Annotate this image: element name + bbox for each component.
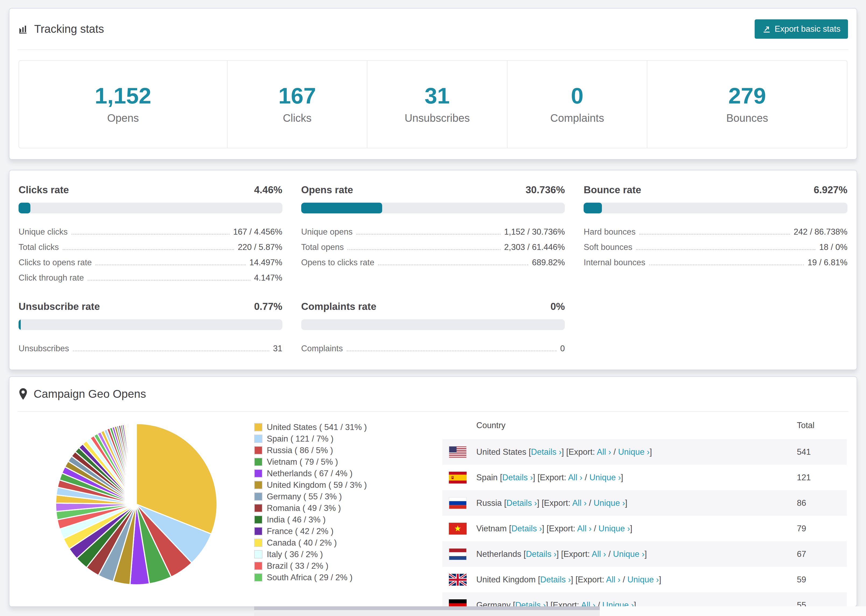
campaign-geo-opens-card: Campaign Geo Opens United States ( 541 /… xyxy=(9,376,857,607)
stat-value: 31 xyxy=(367,83,507,109)
rate-head: Opens rate30.736% xyxy=(301,184,565,196)
page-title: Tracking stats xyxy=(34,23,104,36)
table-row-us: United States [Details ›] [Export: All ›… xyxy=(442,439,847,465)
detail-row: Click through rate4.147% xyxy=(19,269,282,284)
export-label: Export: xyxy=(549,524,577,533)
export-all-link[interactable]: All › xyxy=(581,600,595,607)
table-row-nl: Netherlands [Details ›] [Export: All › /… xyxy=(442,541,847,567)
export-unique-link[interactable]: Unique › xyxy=(594,498,625,508)
rate-progress-bar xyxy=(584,203,847,214)
dotted-leader xyxy=(378,264,528,265)
legend-label: Russia ( 86 / 5% ) xyxy=(267,446,333,455)
detail-label: Total opens xyxy=(301,242,344,253)
stat-cell-complaints: 0Complaints xyxy=(507,61,647,148)
total-cell: 121 xyxy=(797,473,847,482)
rate-block-bounce: Bounce rate6.927%Hard bounces242 / 86.73… xyxy=(584,184,847,284)
details-link[interactable]: Details › xyxy=(526,549,556,559)
stat-cell-unsubscribes: 31Unsubscribes xyxy=(367,61,507,148)
total-cell: 86 xyxy=(797,498,847,508)
country-cell: Spain [Details ›] [Export: All › / Uniqu… xyxy=(476,473,797,482)
us-flag-icon xyxy=(449,446,467,458)
details-link[interactable]: Details › xyxy=(531,447,562,457)
details-link[interactable]: Details › xyxy=(506,498,537,508)
detail-label: Soft bounces xyxy=(584,242,632,253)
stat-cell-bounces: 279Bounces xyxy=(647,61,847,148)
export-label: Export: xyxy=(568,447,597,457)
detail-row: Complaints0 xyxy=(301,339,565,355)
detail-label: Click through rate xyxy=(19,273,84,284)
export-button-label: Export basic stats xyxy=(775,24,841,34)
export-label: Export: xyxy=(578,575,606,584)
legend-label: Brazil ( 33 / 2% ) xyxy=(267,561,328,571)
export-unique-link[interactable]: Unique › xyxy=(618,447,650,457)
total-cell: 55 xyxy=(797,600,847,607)
detail-label: Opens to clicks rate xyxy=(301,258,375,269)
rate-progress-fill xyxy=(19,319,21,330)
stat-label: Unsubscribes xyxy=(367,112,507,124)
geo-table-body: United States [Details ›] [Export: All ›… xyxy=(442,439,847,607)
detail-value: 689.82% xyxy=(532,258,565,269)
export-unique-link[interactable]: Unique › xyxy=(613,549,644,559)
export-basic-stats-button[interactable]: Export basic stats xyxy=(755,19,848,39)
detail-row: Clicks to opens rate14.497% xyxy=(19,253,282,269)
legend-swatch xyxy=(254,481,263,489)
table-row-es: Spain [Details ›] [Export: All › / Uniqu… xyxy=(442,465,847,490)
nl-flag-icon xyxy=(449,548,467,560)
legend-swatch xyxy=(254,504,263,512)
es-flag-icon xyxy=(449,472,467,484)
rate-head: Complaints rate0% xyxy=(301,301,565,312)
detail-row: Unique opens1,152 / 30.736% xyxy=(301,223,565,238)
export-all-link[interactable]: All › xyxy=(577,524,591,533)
map-pin-icon xyxy=(18,388,28,400)
geo-header: Campaign Geo Opens xyxy=(9,377,857,411)
export-all-link[interactable]: All › xyxy=(568,473,582,482)
export-unique-link[interactable]: Unique › xyxy=(598,524,630,533)
legend-label: Spain ( 121 / 7% ) xyxy=(267,434,334,444)
rate-head: Bounce rate6.927% xyxy=(584,184,847,196)
export-unique-link[interactable]: Unique › xyxy=(589,473,621,482)
rate-block-opens: Opens rate30.736%Unique opens1,152 / 30.… xyxy=(301,184,565,284)
total-cell: 67 xyxy=(797,549,847,559)
geo-table-header-row: Country Total xyxy=(442,412,847,439)
detail-label: Total clicks xyxy=(19,242,59,253)
detail-label: Unique opens xyxy=(301,227,353,238)
export-unique-link[interactable]: Unique › xyxy=(627,575,659,584)
export-all-link[interactable]: All › xyxy=(597,447,611,457)
horizontal-scrollbar-thumb[interactable] xyxy=(254,606,600,610)
details-link[interactable]: Details › xyxy=(515,600,546,607)
detail-value: 167 / 4.456% xyxy=(233,227,282,238)
rate-progress-bar xyxy=(301,203,565,214)
tracking-stats-header: Tracking stats Export basic stats xyxy=(9,9,857,49)
legend-swatch xyxy=(254,446,263,454)
dotted-leader xyxy=(96,264,246,265)
dotted-leader xyxy=(72,234,230,235)
rate-progress-bar xyxy=(301,319,565,330)
table-row-vn: Vietnam [Details ›] [Export: All › / Uni… xyxy=(442,516,847,541)
legend-label: United States ( 541 / 31% ) xyxy=(267,423,367,432)
country-name: Spain xyxy=(476,473,498,482)
export-all-link[interactable]: All › xyxy=(572,498,587,508)
stats-summary-box: 1,152Opens167Clicks31Unsubscribes0Compla… xyxy=(19,60,847,148)
export-unique-link[interactable]: Unique › xyxy=(602,600,634,607)
stat-cell-opens: 1,152Opens xyxy=(19,61,227,148)
detail-label: Hard bounces xyxy=(584,227,636,238)
stat-label: Clicks xyxy=(228,112,367,124)
export-label: Export: xyxy=(544,498,572,508)
rate-block-complaints: Complaints rate0%Complaints0 xyxy=(301,301,565,355)
detail-label: Internal bounces xyxy=(584,258,645,269)
details-link[interactable]: Details › xyxy=(511,524,542,533)
details-link[interactable]: Details › xyxy=(540,575,571,584)
rate-value: 0.77% xyxy=(254,301,282,312)
detail-row: Hard bounces242 / 86.738% xyxy=(584,223,847,238)
legend-item: France ( 42 / 2% ) xyxy=(254,525,416,537)
details-link[interactable]: Details › xyxy=(502,473,533,482)
detail-row: Total opens2,303 / 61.446% xyxy=(301,238,565,253)
export-all-link[interactable]: All › xyxy=(606,575,620,584)
legend-label: France ( 42 / 2% ) xyxy=(267,526,334,536)
detail-value: 18 / 0% xyxy=(819,242,847,253)
dotted-leader xyxy=(636,249,816,250)
dotted-leader xyxy=(649,264,804,265)
export-all-link[interactable]: All › xyxy=(592,549,606,559)
legend-label: Netherlands ( 67 / 4% ) xyxy=(267,469,353,478)
dotted-leader xyxy=(356,234,501,235)
